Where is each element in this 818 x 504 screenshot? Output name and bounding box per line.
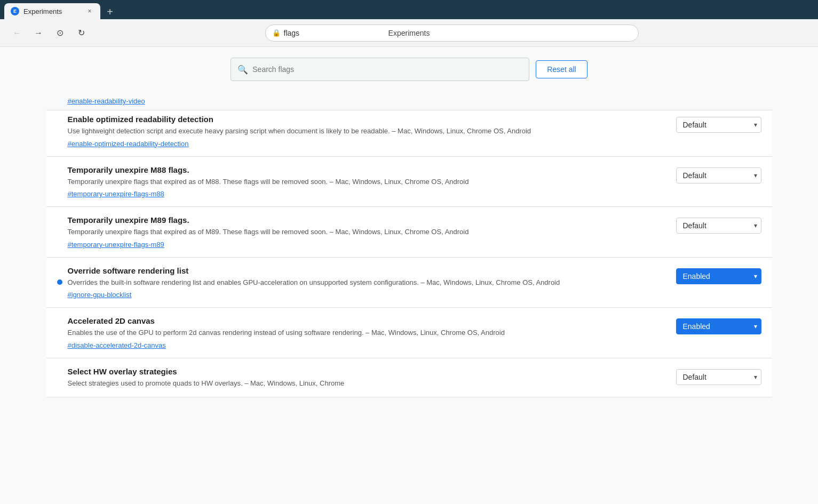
flag-title: Enable optimized readability detection xyxy=(68,115,665,124)
select-wrapper: DefaultEnabledDisabled▾ xyxy=(676,318,761,334)
search-input[interactable] xyxy=(252,65,522,74)
url-text: flags xyxy=(284,29,300,37)
forward-button[interactable]: → xyxy=(30,25,47,42)
flag-select[interactable]: DefaultEnabledDisabled xyxy=(676,369,761,385)
reset-all-button[interactable]: Reset all xyxy=(536,60,587,78)
flag-title: Select HW overlay strategies xyxy=(68,367,665,376)
flags-container: Enable optimized readability detectionUs… xyxy=(46,110,772,397)
flag-item: Accelerated 2D canvasEnables the use of … xyxy=(46,308,772,358)
flag-select[interactable]: DefaultEnabledDisabled xyxy=(676,318,761,334)
flag-control: DefaultEnabledDisabled▾ xyxy=(676,117,761,133)
flag-anchor-link[interactable]: #disable-accelerated-2d-canvas xyxy=(68,341,665,349)
history-icon: ⊙ xyxy=(57,28,63,38)
flag-select[interactable]: DefaultEnabledDisabled xyxy=(676,167,761,183)
flag-description: Overrides the built-in software renderin… xyxy=(68,277,665,288)
flag-info: Accelerated 2D canvasEnables the use of … xyxy=(68,316,665,349)
main-content: 🔍 Reset all #enable-readability-video En… xyxy=(0,47,818,504)
flag-description: Enables the use of the GPU to perform 2d… xyxy=(68,327,665,338)
flag-title: Temporarily unexpire M89 flags. xyxy=(68,215,665,225)
search-icon: 🔍 xyxy=(237,65,248,75)
flag-control: DefaultEnabledDisabled▾ xyxy=(676,318,761,334)
flag-title: Override software rendering list xyxy=(68,266,665,275)
flag-info: Temporarily unexpire M89 flags.Temporari… xyxy=(68,215,665,249)
flag-control: DefaultEnabledDisabled▾ xyxy=(676,268,761,284)
tab-title: Experiments xyxy=(23,7,62,15)
flag-control: DefaultEnabledDisabled▾ xyxy=(676,218,761,234)
navigation-bar: ← → ⊙ ↻ 🔒 flags Experiments xyxy=(0,19,818,47)
back-button[interactable]: ← xyxy=(9,25,26,42)
top-anchor-item: #enable-readability-video xyxy=(46,92,772,110)
flag-item: Override software rendering listOverride… xyxy=(46,258,772,308)
omnibox[interactable]: 🔒 flags xyxy=(265,25,639,42)
active-tab[interactable]: E Experiments × xyxy=(4,3,100,19)
search-bar-container: 🔍 Reset all xyxy=(36,58,783,92)
flag-description: Select strategies used to promote quads … xyxy=(68,378,665,389)
history-button[interactable]: ⊙ xyxy=(51,25,68,42)
flags-list: #enable-readability-video Enable optimiz… xyxy=(36,92,783,397)
flag-info: Enable optimized readability detectionUs… xyxy=(68,115,665,148)
flag-item: Temporarily unexpire M88 flags.Temporari… xyxy=(46,157,772,207)
flag-item: Temporarily unexpire M89 flags.Temporari… xyxy=(46,207,772,258)
refresh-icon: ↻ xyxy=(78,28,85,38)
flag-select[interactable]: DefaultEnabledDisabled xyxy=(676,218,761,234)
enable-readability-video-anchor[interactable]: #enable-readability-video xyxy=(68,97,145,105)
back-icon: ← xyxy=(13,28,21,38)
select-wrapper: DefaultEnabledDisabled▾ xyxy=(676,218,761,234)
flag-control: DefaultEnabledDisabled▾ xyxy=(676,369,761,385)
flag-anchor-link[interactable]: #temporary-unexpire-flags-m88 xyxy=(68,190,665,198)
flag-info: Temporarily unexpire M88 flags.Temporari… xyxy=(68,165,665,198)
flag-title: Accelerated 2D canvas xyxy=(68,316,665,325)
flag-anchor-link[interactable]: #enable-optimized-readability-detection xyxy=(68,140,665,148)
select-wrapper: DefaultEnabledDisabled▾ xyxy=(676,369,761,385)
select-wrapper: DefaultEnabledDisabled▾ xyxy=(676,167,761,183)
select-wrapper: DefaultEnabledDisabled▾ xyxy=(676,268,761,284)
flag-info: Override software rendering listOverride… xyxy=(68,266,665,299)
tab-bar: E Experiments × + xyxy=(4,0,117,19)
flag-description: Temporarily unexpire flags that expired … xyxy=(68,227,665,237)
flag-select[interactable]: DefaultEnabledDisabled xyxy=(676,117,761,133)
search-input-wrapper[interactable]: 🔍 xyxy=(231,58,529,81)
new-tab-button[interactable]: + xyxy=(102,4,117,19)
flag-title: Temporarily unexpire M88 flags. xyxy=(68,165,665,174)
flag-description: Use lightweight detection script and exe… xyxy=(68,126,665,137)
refresh-button[interactable]: ↻ xyxy=(73,25,90,42)
flag-anchor-link[interactable]: #ignore-gpu-blocklist xyxy=(68,291,665,299)
tab-favicon: E xyxy=(11,7,19,15)
browser-titlebar: E Experiments × + xyxy=(0,0,818,19)
flag-item: Select HW overlay strategiesSelect strat… xyxy=(46,358,772,398)
flag-anchor-link[interactable]: #temporary-unexpire-flags-m89 xyxy=(68,241,665,249)
forward-icon: → xyxy=(34,28,43,38)
flag-description: Temporarily unexpire flags that expired … xyxy=(68,177,665,187)
tab-close-button[interactable]: × xyxy=(85,7,94,15)
flag-item: Enable optimized readability detectionUs… xyxy=(46,110,772,157)
flag-info: Select HW overlay strategiesSelect strat… xyxy=(68,367,665,389)
select-wrapper: DefaultEnabledDisabled▾ xyxy=(676,117,761,133)
flag-select[interactable]: DefaultEnabledDisabled xyxy=(676,268,761,284)
flag-dot xyxy=(57,279,62,285)
flag-control: DefaultEnabledDisabled▾ xyxy=(676,167,761,183)
lock-icon: 🔒 xyxy=(272,29,281,37)
